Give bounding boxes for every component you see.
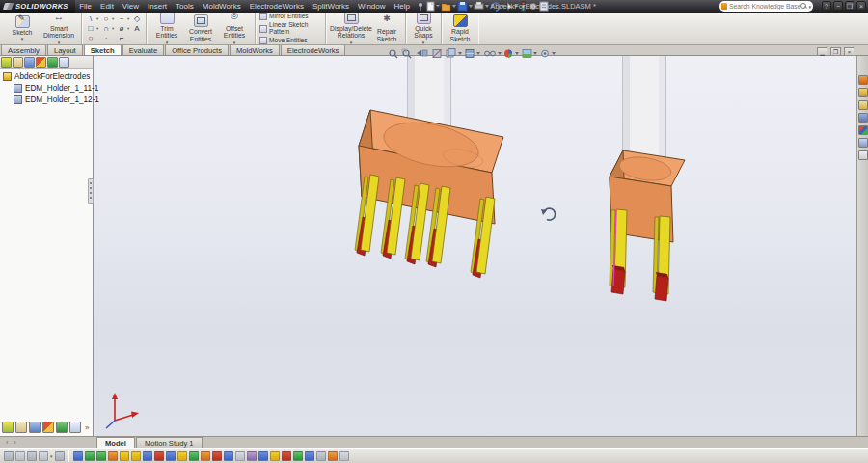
- display-style-icon[interactable]: [466, 50, 474, 58]
- menu-item-splitworks[interactable]: SplitWorks: [308, 0, 353, 13]
- sketch-button[interactable]: Sketch ▾: [4, 15, 41, 41]
- search-magnifier-icon[interactable]: [800, 3, 807, 10]
- design-tree-bottom-icon[interactable]: [2, 422, 14, 433]
- slot-caret-icon[interactable]: ▾: [127, 26, 131, 31]
- electrode-tool-icon[interactable]: [120, 451, 129, 461]
- electrode-tool-icon[interactable]: [189, 451, 199, 461]
- filter-caret-icon[interactable]: ▾: [50, 453, 53, 459]
- clamp-shank-right[interactable]: [622, 56, 666, 164]
- view-settings-caret-icon[interactable]: [552, 52, 556, 55]
- tab-evaluate[interactable]: Evaluate: [122, 44, 165, 55]
- configurationmanager-bottom-icon[interactable]: [29, 422, 41, 433]
- previous-view-icon[interactable]: [417, 50, 427, 56]
- mirror-entities-button[interactable]: Mirror Entities: [259, 13, 321, 20]
- custom-bottom-icon[interactable]: [69, 422, 81, 433]
- apply-scene-icon[interactable]: [523, 50, 531, 58]
- quick-snaps-button[interactable]: Quick Snaps ▾: [410, 12, 437, 45]
- electrode-tool-icon[interactable]: [96, 451, 106, 461]
- arc-tool-icon[interactable]: ∩: [101, 24, 111, 33]
- spline-tool-icon[interactable]: ~: [117, 14, 126, 23]
- electrode-tool-icon[interactable]: [282, 451, 291, 461]
- dimxpertmanager-icon[interactable]: [36, 57, 46, 68]
- offset-caret-icon[interactable]: ▾: [218, 41, 251, 45]
- electrode-tool-icon[interactable]: [108, 451, 118, 461]
- search-pane-icon[interactable]: [858, 113, 868, 123]
- tab-assembly[interactable]: Assembly: [1, 44, 46, 55]
- circle-tool-icon[interactable]: ○: [101, 14, 111, 23]
- menu-item-moldworks[interactable]: MoldWorks: [198, 0, 245, 13]
- electrode-tool-icon[interactable]: [305, 451, 314, 461]
- zoom-to-area-icon[interactable]: [402, 49, 411, 58]
- menu-item-window[interactable]: Window: [354, 0, 390, 13]
- zoom-to-fit-icon[interactable]: [390, 50, 397, 58]
- electrode-tool-icon[interactable]: [143, 451, 152, 461]
- tab-sketch[interactable]: Sketch: [84, 44, 122, 55]
- centerline-tool-icon[interactable]: ⌐: [117, 34, 126, 42]
- repair-sketch-button[interactable]: ✱ Repair Sketch: [372, 14, 401, 41]
- point-tool-icon[interactable]: ·: [101, 34, 111, 42]
- graphics-viewport[interactable]: [94, 56, 856, 436]
- propertymanager-bottom-icon[interactable]: [15, 422, 27, 433]
- smart-dimension-caret-icon[interactable]: ▾: [41, 41, 77, 45]
- electrode-tool-icon[interactable]: [224, 451, 233, 461]
- electrode-tool-icon[interactable]: [201, 451, 210, 461]
- filter-vertices-icon[interactable]: [55, 451, 65, 461]
- rectangle-caret-icon[interactable]: ▾: [96, 26, 100, 31]
- arc-caret-icon[interactable]: ▾: [112, 26, 116, 31]
- trim-entities-button[interactable]: Trim Entities ▾: [150, 12, 183, 45]
- displaymanager-bottom-icon[interactable]: [56, 422, 68, 433]
- menu-item-insert[interactable]: Insert: [144, 0, 172, 13]
- ellipse-tool-icon[interactable]: ◇: [132, 14, 142, 23]
- orientation-caret-icon[interactable]: [458, 52, 462, 55]
- menu-item-tools[interactable]: Tools: [172, 0, 199, 13]
- electrode-tool-icon[interactable]: [166, 451, 176, 461]
- search-caret-icon[interactable]: ▾: [808, 4, 811, 10]
- propertymanager-icon[interactable]: [13, 57, 23, 68]
- appearances-scenes-icon[interactable]: [858, 138, 868, 148]
- tree-item-edm-holder-12[interactable]: EDM_Holder_1_12-1: [14, 95, 93, 104]
- rectangle-tool-icon[interactable]: □: [86, 24, 95, 33]
- hide-show-items-icon[interactable]: [485, 51, 496, 56]
- electrode-tool-icon[interactable]: [85, 451, 95, 461]
- electrode-tool-icon[interactable]: [258, 451, 268, 461]
- edit-appearance-icon[interactable]: [504, 50, 512, 58]
- menu-item-electrodeworks[interactable]: ElectrodeWorks: [245, 0, 308, 13]
- electrode-tool-icon[interactable]: [177, 451, 187, 461]
- convert-entities-button[interactable]: Convert Entities: [183, 14, 218, 41]
- electrode-tool-icon[interactable]: [293, 451, 303, 461]
- linear-sketch-pattern-button[interactable]: Linear Sketch Pattern: [259, 22, 321, 35]
- tab-nav-arrows[interactable]: ‹ ›: [0, 437, 96, 448]
- slot-tool-icon[interactable]: ø: [117, 24, 126, 33]
- text-tool-icon[interactable]: A: [132, 24, 142, 33]
- selection-filter-icon[interactable]: [15, 451, 25, 461]
- filter-faces-icon[interactable]: [39, 451, 48, 461]
- tab-moldworks[interactable]: MoldWorks: [230, 44, 280, 55]
- line-tool-icon[interactable]: \: [86, 14, 95, 23]
- hide-show-caret-icon[interactable]: [498, 52, 502, 55]
- doc-minimize-icon[interactable]: ▁: [817, 47, 827, 56]
- view-palette-icon[interactable]: [858, 125, 868, 135]
- trim-caret-icon[interactable]: ▾: [150, 41, 183, 45]
- custom-properties-icon[interactable]: [858, 150, 868, 160]
- displaymanager-icon[interactable]: [47, 57, 58, 68]
- electrode-tool-icon[interactable]: [73, 451, 83, 461]
- tree-item-edm-holder-11[interactable]: EDM_Holder_1_11-1: [14, 84, 93, 93]
- electrode-tool-icon[interactable]: [328, 451, 338, 461]
- pin-icon[interactable]: [419, 3, 422, 11]
- menu-item-edit[interactable]: Edit: [96, 0, 119, 13]
- display-style-caret-icon[interactable]: [476, 52, 480, 55]
- tab-electrodeworks[interactable]: ElectrodeWorks: [281, 44, 345, 55]
- select-tool-icon[interactable]: [4, 451, 14, 461]
- tab-motion-study[interactable]: Motion Study 1: [136, 437, 203, 448]
- electrode-tool-icon[interactable]: [339, 451, 349, 461]
- spline-caret-icon[interactable]: ▾: [127, 16, 131, 21]
- search-input[interactable]: [729, 3, 800, 10]
- custom-tab-icon[interactable]: [59, 57, 69, 68]
- line-caret-icon[interactable]: ▾: [96, 16, 100, 21]
- tree-root-assembly[interactable]: AbdeckForElectrodes: [3, 72, 93, 81]
- rapid-sketch-button[interactable]: Rapid Sketch: [446, 14, 475, 41]
- solidworks-resources-icon[interactable]: [858, 75, 868, 85]
- display-delete-relations-button[interactable]: Display/Delete Relations ▾: [330, 12, 372, 45]
- open-caret-icon[interactable]: [452, 5, 456, 8]
- tab-model[interactable]: Model: [96, 437, 135, 448]
